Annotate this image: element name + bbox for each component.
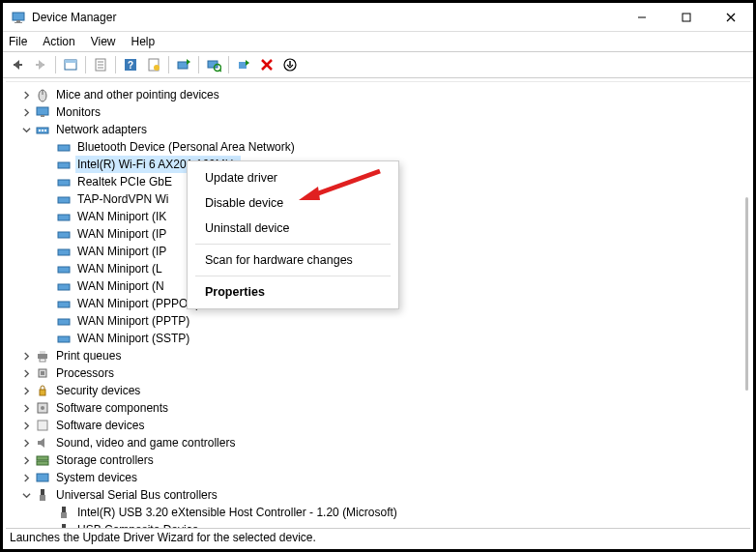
network-adapter-icon	[56, 313, 72, 329]
app-icon	[11, 10, 26, 25]
scan-hardware-button[interactable]	[203, 54, 224, 75]
back-button[interactable]	[7, 54, 28, 75]
maximize-button[interactable]	[664, 3, 709, 31]
svg-rect-0	[13, 13, 24, 20]
svg-rect-57	[37, 461, 48, 465]
scrollbar-thumb[interactable]	[745, 197, 748, 391]
tree-item-bluetooth[interactable]: Bluetooth Device (Personal Area Network)	[19, 138, 750, 156]
svg-rect-45	[58, 319, 70, 325]
svg-point-18	[154, 65, 160, 71]
tree-item-print-queues[interactable]: Print queues	[19, 347, 750, 364]
tree-item-sound[interactable]: Sound, video and game controllers	[19, 434, 750, 451]
annotation-arrow	[293, 165, 390, 204]
speaker-icon	[35, 435, 50, 450]
minimize-button[interactable]	[620, 3, 664, 31]
chevron-right-icon[interactable]	[19, 436, 33, 450]
tree-item-mice[interactable]: Mice and other pointing devices	[19, 86, 750, 103]
tree-item-software-components[interactable]: Software components	[19, 399, 750, 417]
chevron-down-icon[interactable]	[19, 488, 33, 502]
help-button[interactable]: ?	[120, 54, 141, 75]
forward-button[interactable]	[30, 54, 51, 75]
svg-rect-40	[58, 232, 70, 238]
svg-rect-61	[62, 507, 66, 512]
system-icon	[35, 470, 50, 485]
tree-item-usb-composite[interactable]: USB Composite Device	[19, 521, 750, 528]
tree-item-storage[interactable]: Storage controllers	[19, 451, 750, 469]
software-icon	[35, 418, 50, 433]
close-button[interactable]	[709, 3, 753, 31]
svg-rect-38	[58, 197, 70, 203]
chevron-right-icon[interactable]	[19, 471, 33, 484]
tree-item-network-adapters[interactable]: Network adapters	[19, 121, 750, 138]
svg-point-54	[41, 406, 44, 410]
chevron-right-icon[interactable]	[19, 366, 33, 380]
ctx-uninstall-device[interactable]: Uninstall device	[188, 216, 398, 241]
toolbar: ?	[3, 51, 753, 78]
network-adapter-icon	[56, 261, 72, 276]
tree-item-wan-pptp[interactable]: WAN Miniport (PPTP)	[19, 312, 750, 330]
network-adapter-icon	[56, 278, 72, 294]
network-adapter-icon	[56, 226, 72, 242]
tree-item-usb[interactable]: Universal Serial Bus controllers	[19, 486, 750, 504]
network-adapter-icon	[56, 139, 72, 155]
ctx-scan-hardware[interactable]: Scan for hardware changes	[188, 247, 398, 273]
mouse-icon	[35, 87, 50, 102]
disable-device-button[interactable]	[279, 54, 301, 75]
network-adapter-icon	[56, 209, 72, 224]
svg-rect-42	[58, 267, 70, 273]
svg-rect-59	[41, 489, 44, 495]
component-icon	[35, 400, 50, 416]
menubar: File Action View Help	[3, 32, 753, 51]
svg-rect-56	[37, 456, 48, 460]
svg-rect-36	[58, 162, 70, 168]
chevron-right-icon[interactable]	[19, 453, 33, 467]
enable-device-button[interactable]	[233, 54, 254, 75]
menu-file[interactable]: File	[9, 35, 27, 48]
svg-rect-43	[58, 284, 70, 290]
action-button[interactable]	[143, 54, 164, 75]
svg-line-22	[219, 70, 221, 72]
tree-item-system[interactable]: System devices	[19, 469, 750, 486]
menu-view[interactable]: View	[91, 35, 116, 48]
tree-item-processors[interactable]: Processors	[19, 364, 750, 382]
svg-rect-47	[38, 354, 47, 359]
svg-line-65	[310, 171, 380, 196]
ctx-properties[interactable]: Properties	[188, 279, 398, 305]
menu-help[interactable]: Help	[131, 35, 156, 48]
tree-item-monitors[interactable]: Monitors	[19, 103, 750, 121]
svg-rect-34	[44, 130, 46, 131]
update-driver-button[interactable]	[173, 54, 194, 75]
tree-item-software-devices[interactable]: Software devices	[19, 417, 750, 434]
svg-rect-1	[16, 20, 20, 22]
svg-rect-7	[14, 64, 22, 66]
svg-rect-8	[36, 64, 44, 66]
properties-button[interactable]	[90, 54, 111, 75]
svg-rect-46	[58, 336, 70, 342]
chevron-right-icon[interactable]	[19, 419, 33, 432]
show-hidden-button[interactable]	[60, 54, 81, 75]
svg-rect-48	[40, 351, 45, 354]
printer-icon	[35, 348, 50, 363]
uninstall-device-button[interactable]	[256, 54, 277, 75]
chevron-right-icon[interactable]	[19, 105, 33, 119]
scrollbar[interactable]	[739, 81, 750, 528]
chevron-right-icon[interactable]	[19, 349, 33, 363]
tree-item-wan-sstp[interactable]: WAN Miniport (SSTP)	[19, 330, 750, 347]
tree-item-security[interactable]: Security devices	[19, 382, 750, 399]
svg-rect-49	[40, 359, 45, 362]
network-icon	[35, 122, 50, 137]
tree-item-usb-xhost[interactable]: Intel(R) USB 3.20 eXtensible Host Contro…	[19, 504, 750, 521]
chevron-right-icon[interactable]	[19, 88, 33, 102]
svg-rect-30	[41, 115, 44, 117]
chevron-down-icon[interactable]	[19, 123, 33, 136]
svg-rect-23	[239, 62, 247, 69]
chevron-right-icon[interactable]	[19, 401, 33, 415]
svg-rect-19	[178, 62, 188, 69]
network-adapter-icon	[56, 331, 72, 346]
menu-action[interactable]: Action	[43, 35, 74, 48]
svg-rect-58	[37, 474, 48, 481]
chevron-right-icon[interactable]	[19, 384, 33, 397]
titlebar: Device Manager	[3, 3, 753, 32]
svg-rect-51	[41, 371, 44, 375]
svg-rect-10	[65, 60, 76, 63]
